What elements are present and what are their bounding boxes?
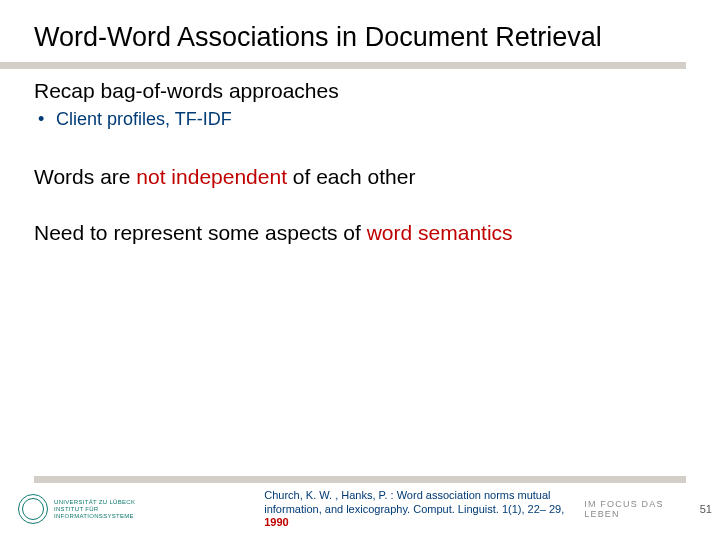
focus-tagline: IM FOCUS DAS LEBEN	[584, 499, 684, 519]
paragraph-2: Need to represent some aspects of word s…	[34, 220, 686, 246]
title-underline	[0, 62, 686, 69]
university-line2: INSTITUT FÜR INFORMATIONSSYSTEME	[54, 506, 154, 520]
slide: Word-Word Associations in Document Retri…	[0, 0, 720, 540]
footer-row: UNIVERSITÄT ZU LÜBECK INSTITUT FÜR INFOR…	[0, 489, 720, 540]
paragraph-1: Words are not independent of each other	[34, 164, 686, 190]
university-text: UNIVERSITÄT ZU LÜBECK INSTITUT FÜR INFOR…	[54, 499, 154, 520]
university-logo: UNIVERSITÄT ZU LÜBECK INSTITUT FÜR INFOR…	[18, 494, 154, 524]
citation-text: Church, K. W. , Hanks, P. : Word associa…	[264, 489, 564, 515]
page-number: 51	[700, 503, 712, 515]
title-block: Word-Word Associations in Document Retri…	[0, 0, 720, 58]
bullet-text: Client profiles, TF-IDF	[56, 109, 232, 130]
bullet-marker: •	[38, 109, 56, 130]
bullet-item: • Client profiles, TF-IDF	[38, 109, 686, 130]
subheading: Recap bag-of-words approaches	[34, 79, 686, 103]
university-line1: UNIVERSITÄT ZU LÜBECK	[54, 499, 154, 506]
footer: UNIVERSITÄT ZU LÜBECK INSTITUT FÜR INFOR…	[0, 476, 720, 540]
slide-body: Recap bag-of-words approaches • Client p…	[0, 69, 720, 247]
highlight-not-independent: not independent	[136, 165, 287, 188]
highlight-word-semantics: word semantics	[367, 221, 513, 244]
para1-post: of each other	[287, 165, 415, 188]
footer-rule	[34, 476, 686, 483]
para1-pre: Words are	[34, 165, 136, 188]
slide-title: Word-Word Associations in Document Retri…	[34, 22, 686, 54]
para2-pre: Need to represent some aspects of	[34, 221, 367, 244]
seal-icon	[18, 494, 48, 524]
citation-year: 1990	[264, 516, 288, 528]
citation: Church, K. W. , Hanks, P. : Word associa…	[264, 489, 584, 530]
